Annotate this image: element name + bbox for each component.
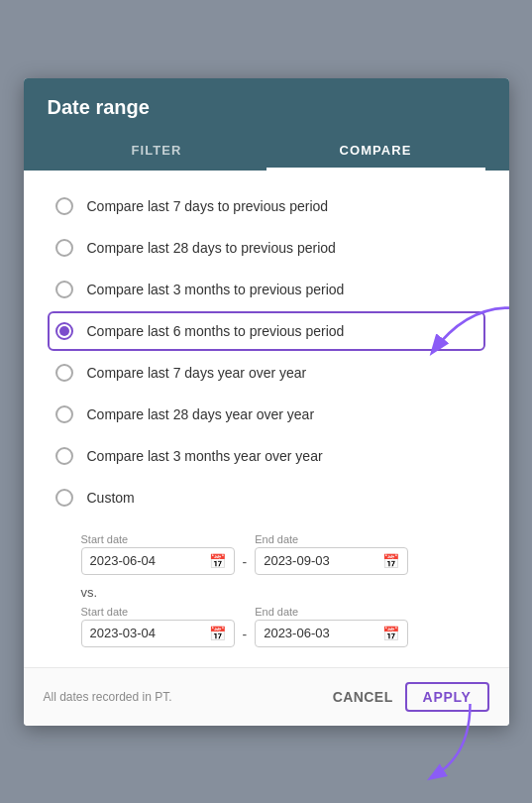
arrow-apply-indicator xyxy=(423,704,478,783)
date-row-1: Start date 2023-06-04 📅 - End date 2023-… xyxy=(81,533,478,575)
start-date-field[interactable]: 2023-06-04 📅 xyxy=(81,547,235,575)
option-7days-label: Compare last 7 days to previous period xyxy=(87,198,329,214)
end-date-group: End date 2023-09-03 📅 xyxy=(255,533,408,575)
radio-28days xyxy=(55,239,73,257)
footer-note: All dates recorded in PT. xyxy=(44,690,172,704)
radio-7days xyxy=(55,197,73,215)
option-3months[interactable]: Compare last 3 months to previous period xyxy=(48,270,485,309)
modal-title: Date range xyxy=(48,96,485,119)
vs-start-date-label: Start date xyxy=(81,606,235,618)
tab-filter[interactable]: FILTER xyxy=(48,133,266,171)
vs-label: vs. xyxy=(81,585,478,600)
start-date-calendar-icon[interactable]: 📅 xyxy=(209,553,226,569)
radio-28days-yoy xyxy=(55,405,73,423)
cancel-button[interactable]: CANCEL xyxy=(333,689,393,705)
vs-end-date-calendar-icon[interactable]: 📅 xyxy=(382,626,399,641)
start-date-value: 2023-06-04 xyxy=(90,553,157,568)
end-date-value: 2023-09-03 xyxy=(264,553,330,568)
date-separator-2: - xyxy=(243,627,248,642)
tabs: FILTER COMPARE xyxy=(48,133,485,171)
vs-end-date-label: End date xyxy=(255,606,408,618)
date-range-modal: Date range FILTER COMPARE Compare last 7… xyxy=(24,78,509,726)
vs-end-date-field[interactable]: 2023-06-03 📅 xyxy=(255,620,408,647)
option-28days-yoy-label: Compare last 28 days year over year xyxy=(87,406,315,422)
option-6months-label: Compare last 6 months to previous period xyxy=(87,323,345,339)
option-custom-label: Custom xyxy=(87,490,135,506)
option-3months-label: Compare last 3 months to previous period xyxy=(87,282,345,297)
option-custom[interactable]: Custom xyxy=(48,478,485,517)
radio-6months-fill xyxy=(59,326,69,336)
end-date-calendar-icon[interactable]: 📅 xyxy=(382,553,399,569)
vs-start-date-calendar-icon[interactable]: 📅 xyxy=(209,626,226,641)
option-6months[interactable]: Compare last 6 months to previous period xyxy=(48,311,485,351)
radio-custom xyxy=(55,489,73,507)
option-28days-label: Compare last 28 days to previous period xyxy=(87,240,336,256)
start-date-label: Start date xyxy=(81,533,235,545)
vs-end-date-group: End date 2023-06-03 📅 xyxy=(255,606,408,647)
option-28days-yoy[interactable]: Compare last 28 days year over year xyxy=(48,395,485,434)
date-row-2: Start date 2023-03-04 📅 - End date 2023-… xyxy=(81,606,478,647)
option-3months-yoy-label: Compare last 3 months year over year xyxy=(87,448,323,464)
vs-start-date-field[interactable]: 2023-03-04 📅 xyxy=(81,620,235,647)
modal-header: Date range FILTER COMPARE xyxy=(24,78,509,171)
start-date-group: Start date 2023-06-04 📅 xyxy=(81,533,235,575)
option-3months-yoy[interactable]: Compare last 3 months year over year xyxy=(48,436,485,476)
modal-body: Compare last 7 days to previous period C… xyxy=(24,171,509,667)
option-7days-yoy[interactable]: Compare last 7 days year over year xyxy=(48,353,485,393)
tab-compare[interactable]: COMPARE xyxy=(266,133,485,171)
arrow-6months-indicator xyxy=(421,302,510,357)
vs-start-date-group: Start date 2023-03-04 📅 xyxy=(81,606,235,647)
radio-3months-yoy xyxy=(55,447,73,465)
end-date-field[interactable]: 2023-09-03 📅 xyxy=(255,547,408,575)
radio-7days-yoy xyxy=(55,364,73,382)
option-7days[interactable]: Compare last 7 days to previous period xyxy=(48,186,485,226)
option-7days-yoy-label: Compare last 7 days year over year xyxy=(87,365,307,381)
radio-6months xyxy=(55,322,73,340)
date-separator-1: - xyxy=(243,554,248,570)
custom-section: Start date 2023-06-04 📅 - End date 2023-… xyxy=(48,519,485,651)
vs-end-date-value: 2023-06-03 xyxy=(264,626,330,640)
vs-start-date-value: 2023-03-04 xyxy=(90,626,157,640)
radio-3months xyxy=(55,281,73,298)
end-date-label: End date xyxy=(255,533,408,545)
option-28days[interactable]: Compare last 28 days to previous period xyxy=(48,228,485,268)
